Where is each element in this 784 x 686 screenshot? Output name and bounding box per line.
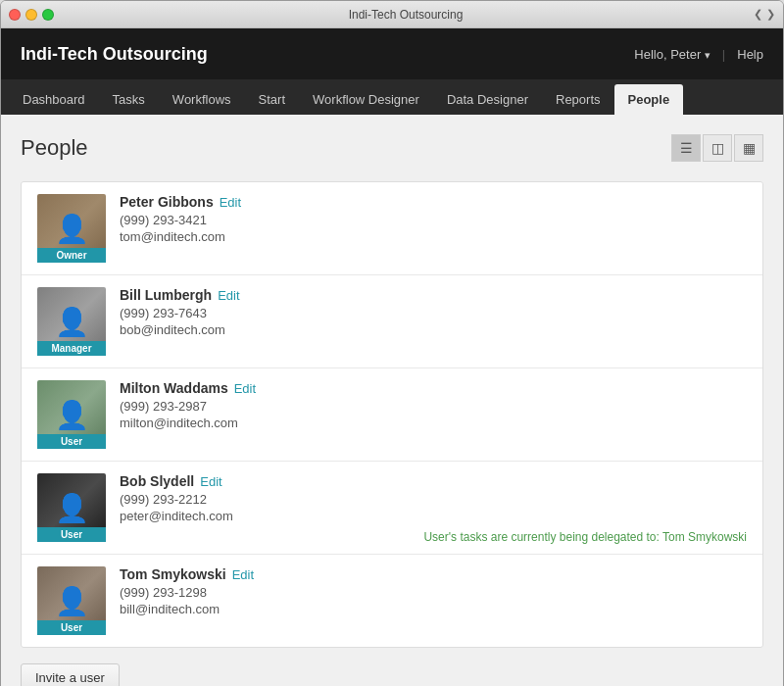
person-info-tom: Tom Smykowski Edit (999) 293-1298 bill@i… xyxy=(120,566,747,616)
person-info-bob: Bob Slydell Edit (999) 293-2212 peter@in… xyxy=(120,473,747,523)
divider: | xyxy=(722,47,725,62)
view-toggle: ☰ ◫ ▦ xyxy=(671,134,763,162)
nav-back[interactable]: ❮ xyxy=(754,8,762,21)
top-bar: Indi-Tech Outsourcing Hello, Peter ▾ | H… xyxy=(1,28,783,79)
app-title: Indi-Tech Outsourcing xyxy=(21,44,208,65)
person-name-row-peter: Peter Gibbons Edit xyxy=(120,194,747,210)
grid-view-lg-button[interactable]: ▦ xyxy=(734,134,763,162)
person-info-peter: Peter Gibbons Edit (999) 293-3421 tom@in… xyxy=(120,194,747,244)
edit-link-milton[interactable]: Edit xyxy=(234,381,256,396)
people-list: 👤 Owner Peter Gibbons Edit (999) 293-342… xyxy=(21,181,763,648)
person-row-milton: 👤 User Milton Waddams Edit (999) 293-298… xyxy=(22,368,762,462)
edit-link-peter[interactable]: Edit xyxy=(220,195,241,210)
avatar-container-bill: 👤 Manager xyxy=(37,287,106,356)
help-link[interactable]: Help xyxy=(737,47,763,62)
person-name-bill: Bill Lumbergh xyxy=(120,287,212,303)
greeting-dropdown-icon[interactable]: ▾ xyxy=(705,49,710,61)
person-name-row-milton: Milton Waddams Edit xyxy=(120,380,747,396)
person-phone-tom: (999) 293-1298 xyxy=(120,585,747,600)
greeting: Hello, Peter ▾ xyxy=(634,47,710,62)
person-name-tom: Tom Smykowski xyxy=(120,566,226,582)
page-title: People xyxy=(21,135,88,161)
person-row-tom: 👤 User Tom Smykowski Edit (999) 293-1298… xyxy=(22,555,762,647)
person-phone-milton: (999) 293-2987 xyxy=(120,399,747,414)
nav-item-start[interactable]: Start xyxy=(245,84,299,115)
title-bar: Indi-Tech Outsourcing ❮ ❯ xyxy=(1,1,783,28)
role-badge-milton: User xyxy=(37,434,106,449)
invite-section: Invite a user xyxy=(21,663,763,686)
person-email-bill: bob@inditech.com xyxy=(120,322,747,337)
window-title: Indi-Tech Outsourcing xyxy=(62,8,750,22)
person-phone-peter: (999) 293-3421 xyxy=(120,213,747,227)
person-info-bill: Bill Lumbergh Edit (999) 293-7643 bob@in… xyxy=(120,287,747,337)
window: Indi-Tech Outsourcing ❮ ❯ Indi-Tech Outs… xyxy=(0,0,784,686)
person-phone-bob: (999) 293-2212 xyxy=(120,492,747,507)
avatar-container-milton: 👤 User xyxy=(37,380,106,449)
delegation-message-bob: User's tasks are currently being delegat… xyxy=(423,530,747,544)
nav-bar: Dashboard Tasks Workflows Start Workflow… xyxy=(1,79,783,115)
nav-item-workflow-designer[interactable]: Workflow Designer xyxy=(299,84,433,115)
nav-item-data-designer[interactable]: Data Designer xyxy=(433,84,542,115)
nav-item-tasks[interactable]: Tasks xyxy=(99,84,159,115)
list-view-button[interactable]: ☰ xyxy=(671,134,701,162)
grid-lg-icon: ▦ xyxy=(743,140,756,156)
invite-user-button[interactable]: Invite a user xyxy=(21,663,120,686)
list-view-icon: ☰ xyxy=(680,140,693,156)
person-name-row-tom: Tom Smykowski Edit xyxy=(120,566,747,582)
person-email-bob: peter@inditech.com xyxy=(120,509,747,523)
person-row-bill: 👤 Manager Bill Lumbergh Edit (999) 293-7… xyxy=(22,275,762,368)
person-name-milton: Milton Waddams xyxy=(120,380,228,396)
person-row-bob: 👤 User Bob Slydell Edit (999) 293-2212 p… xyxy=(22,462,762,555)
person-name-peter: Peter Gibbons xyxy=(120,194,214,210)
person-info-milton: Milton Waddams Edit (999) 293-2987 milto… xyxy=(120,380,747,430)
person-row-peter: 👤 Owner Peter Gibbons Edit (999) 293-342… xyxy=(22,182,762,275)
person-phone-bill: (999) 293-7643 xyxy=(120,306,747,320)
edit-link-tom[interactable]: Edit xyxy=(232,567,254,582)
avatar-container-bob: 👤 User xyxy=(37,473,106,542)
role-badge-tom: User xyxy=(37,620,106,635)
person-email-milton: milton@inditech.com xyxy=(120,416,747,430)
page-header: People ☰ ◫ ▦ xyxy=(21,134,763,162)
nav-item-dashboard[interactable]: Dashboard xyxy=(9,84,99,115)
nav-item-people[interactable]: People xyxy=(614,84,684,115)
minimize-button[interactable] xyxy=(25,9,37,21)
grid-view-sm-button[interactable]: ◫ xyxy=(703,134,732,162)
maximize-button[interactable] xyxy=(42,9,54,21)
edit-link-bill[interactable]: Edit xyxy=(218,288,239,303)
person-email-tom: bill@inditech.com xyxy=(120,602,747,616)
close-button[interactable] xyxy=(9,9,21,21)
avatar-container-peter: 👤 Owner xyxy=(37,194,106,263)
nav-item-reports[interactable]: Reports xyxy=(542,84,614,115)
person-email-peter: tom@inditech.com xyxy=(120,229,747,244)
role-badge-bill: Manager xyxy=(37,341,106,356)
main-content: People ☰ ◫ ▦ 👤 Ow xyxy=(1,115,783,686)
avatar-container-tom: 👤 User xyxy=(37,566,106,635)
person-name-row-bob: Bob Slydell Edit xyxy=(120,473,747,489)
person-name-row-bill: Bill Lumbergh Edit xyxy=(120,287,747,303)
role-badge-peter: Owner xyxy=(37,248,106,263)
person-name-bob: Bob Slydell xyxy=(120,473,194,489)
nav-forward[interactable]: ❯ xyxy=(766,8,775,21)
grid-sm-icon: ◫ xyxy=(711,140,724,156)
role-badge-bob: User xyxy=(37,527,106,542)
nav-item-workflows[interactable]: Workflows xyxy=(159,84,245,115)
top-bar-right: Hello, Peter ▾ | Help xyxy=(634,47,763,62)
traffic-lights xyxy=(9,9,54,21)
edit-link-bob[interactable]: Edit xyxy=(200,474,221,489)
